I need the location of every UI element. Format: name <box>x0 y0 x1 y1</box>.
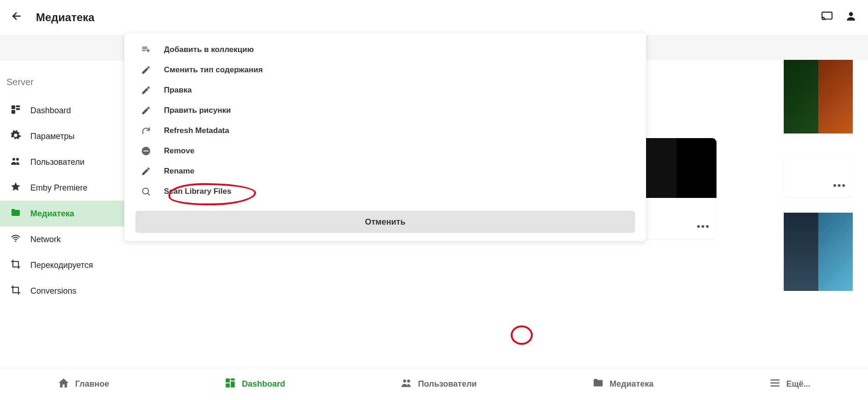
svg-point-7 <box>16 158 19 161</box>
menu-item-label: Сменить тип содержания <box>164 65 263 75</box>
home-icon <box>58 377 70 392</box>
svg-rect-10 <box>144 151 149 151</box>
cast-icon[interactable] <box>821 10 833 25</box>
svg-point-17 <box>407 379 410 383</box>
sidebar-item-transcode[interactable]: Перекодируется <box>0 252 124 278</box>
svg-point-6 <box>12 158 15 161</box>
header: Медиатека <box>0 0 868 35</box>
menu-item-remove[interactable]: Remove <box>124 141 646 161</box>
menu-item-label: Remove <box>164 146 194 156</box>
user-icon[interactable] <box>845 10 857 25</box>
sidebar-item-label: Emby Premiere <box>30 183 87 193</box>
bottom-nav: Главное Dashboard Пользователи Медиатека… <box>0 368 868 400</box>
bottomnav-label: Медиатека <box>610 379 653 389</box>
menu-item-rename[interactable]: Rename <box>124 161 646 181</box>
people-icon <box>10 156 21 169</box>
search-icon <box>141 186 151 197</box>
menu-item-label: Rename <box>164 167 194 176</box>
menu-icon <box>769 377 781 392</box>
menu-item-refresh[interactable]: Refresh Metadata <box>124 121 646 141</box>
pencil-icon <box>141 65 151 75</box>
menu-item-label: Добавить в коллекцию <box>164 45 254 54</box>
more-icon[interactable]: ••• <box>697 220 710 232</box>
svg-point-8 <box>15 240 17 242</box>
svg-point-11 <box>143 188 149 194</box>
svg-rect-3 <box>16 105 20 107</box>
dashboard-icon <box>224 377 236 392</box>
menu-item-change-type[interactable]: Сменить тип содержания <box>124 60 646 80</box>
pencil-icon <box>141 166 151 176</box>
gear-icon <box>10 130 21 143</box>
folder-icon <box>592 377 604 392</box>
sidebar-item-label: Перекодируется <box>30 261 93 270</box>
cancel-button[interactable]: Отменить <box>135 211 635 233</box>
sidebar-item-label: Conversions <box>30 286 76 296</box>
menu-item-scan[interactable]: Scan Library Files <box>124 181 646 202</box>
refresh-icon <box>141 126 151 136</box>
bottomnav-users[interactable]: Пользователи <box>401 377 477 392</box>
back-icon[interactable] <box>11 10 23 25</box>
context-menu: Добавить в коллекцию Сменить тип содержа… <box>124 33 646 241</box>
svg-rect-4 <box>16 108 20 110</box>
poster-strip-partial <box>784 60 853 133</box>
bottomnav-label: Пользователи <box>418 379 477 389</box>
sidebar: Server Dashboard Параметры Пользователи … <box>0 60 124 368</box>
bottomnav-home[interactable]: Главное <box>58 377 109 392</box>
svg-rect-14 <box>231 381 235 387</box>
svg-rect-13 <box>231 378 235 380</box>
sidebar-item-label: Network <box>30 235 61 244</box>
sidebar-item-conversions[interactable]: Conversions <box>0 278 124 304</box>
sidebar-item-dashboard[interactable]: Dashboard <box>0 98 124 123</box>
menu-item-label: Править рисунки <box>164 106 231 115</box>
sidebar-item-premiere[interactable]: Emby Premiere <box>0 175 124 201</box>
star-icon <box>10 181 21 195</box>
sidebar-item-network[interactable]: Network <box>0 226 124 252</box>
svg-point-16 <box>403 379 406 383</box>
bottomnav-label: Главное <box>75 379 109 389</box>
crop-icon <box>10 259 21 272</box>
sidebar-item-label: Медиатека <box>30 209 74 219</box>
people-icon <box>401 377 413 392</box>
bottomnav-more[interactable]: Ещё... <box>769 377 810 392</box>
menu-item-add-collection[interactable]: Добавить в коллекцию <box>124 40 646 60</box>
sidebar-item-settings[interactable]: Параметры <box>0 123 124 149</box>
svg-rect-12 <box>226 378 230 383</box>
crop-icon <box>10 284 21 298</box>
menu-item-label: Refresh Metadata <box>164 126 229 135</box>
playlist-add-icon <box>141 45 151 55</box>
sidebar-item-users[interactable]: Пользователи <box>0 149 124 175</box>
sidebar-item-label: Пользователи <box>30 157 84 167</box>
dashboard-icon <box>10 104 21 117</box>
svg-rect-15 <box>226 383 230 388</box>
folder-icon <box>10 207 21 220</box>
bottomnav-dashboard[interactable]: Dashboard <box>224 377 285 392</box>
svg-rect-5 <box>12 110 15 114</box>
bottomnav-label: Dashboard <box>242 379 285 389</box>
page-title: Медиатека <box>36 11 809 24</box>
remove-circle-icon <box>141 146 151 156</box>
sidebar-item-label: Dashboard <box>30 106 71 116</box>
pencil-icon <box>141 85 151 95</box>
bottomnav-media[interactable]: Медиатека <box>592 377 653 392</box>
svg-point-1 <box>849 12 853 16</box>
menu-item-edit-images[interactable]: Править рисунки <box>124 100 646 121</box>
menu-item-label: Scan Library Files <box>164 187 231 196</box>
menu-item-label: Правка <box>164 86 192 95</box>
wifi-icon <box>10 233 21 246</box>
menu-item-edit[interactable]: Правка <box>124 80 646 100</box>
svg-rect-2 <box>12 105 15 109</box>
sidebar-item-label: Параметры <box>30 132 75 141</box>
sidebar-item-media[interactable]: Медиатека <box>0 201 124 226</box>
sidebar-section-label: Server <box>0 73 124 98</box>
bottomnav-label: Ещё... <box>786 379 810 389</box>
pencil-icon <box>141 105 151 116</box>
